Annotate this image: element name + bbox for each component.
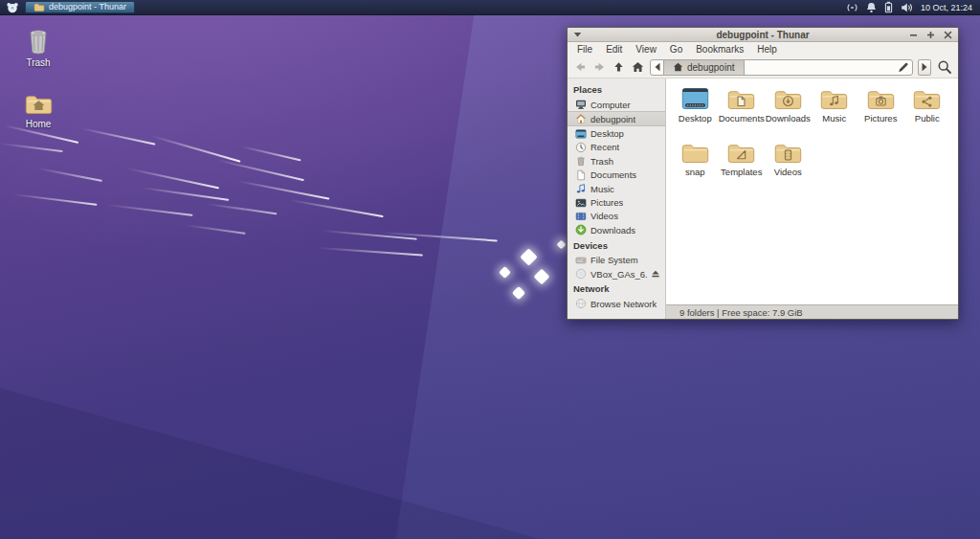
file-pictures[interactable]: Pictures (858, 86, 904, 124)
status-text: 9 folders | Free space: 7.9 GiB (679, 307, 803, 318)
menu-edit[interactable]: Edit (599, 44, 629, 55)
floating-cube (499, 266, 511, 279)
menu-bookmarks[interactable]: Bookmarks (689, 44, 750, 55)
sidebar-item-label: Videos (590, 211, 618, 221)
menu-view[interactable]: View (629, 44, 663, 55)
volume-icon[interactable] (901, 2, 913, 13)
home-mini-icon (673, 62, 683, 72)
minimize-button[interactable] (909, 31, 918, 39)
file-desktop[interactable]: Desktop (672, 86, 719, 124)
desktop-icon-trash[interactable]: Trash (8, 29, 69, 68)
comet-streak (80, 127, 156, 146)
folder-plain-icon (680, 140, 710, 165)
filesystem-icon (575, 255, 587, 266)
sidebar-item-label: VBox_GAs_6.1.38 (590, 269, 647, 280)
documents-icon (575, 169, 587, 181)
taskbar-button-debugpoint-thunar[interactable]: debugpoint - Thunar (25, 1, 135, 13)
folder-pictures-icon (866, 86, 896, 111)
main-area: DesktopDocumentsDownloadsMusicPicturesPu… (666, 79, 958, 319)
menu-file[interactable]: File (570, 44, 599, 55)
sidebar-item-documents[interactable]: Documents (568, 168, 665, 182)
file-public[interactable]: Public (904, 86, 951, 124)
sidebar-item-trash[interactable]: Trash (568, 154, 665, 168)
sidebar-item-file-system[interactable]: File System (568, 254, 665, 267)
path-segment-debugpoint[interactable]: debugpoint (663, 60, 745, 75)
file-snap[interactable]: snap (672, 140, 719, 177)
menu-go[interactable]: Go (663, 44, 689, 55)
status-bar: 9 folders | Free space: 7.9 GiB (666, 304, 958, 319)
trash-icon (575, 155, 587, 167)
file-music[interactable]: Music (812, 86, 858, 124)
sidebar: PlacesComputerdebugpointDesktopRecentTra… (568, 79, 666, 319)
toolbar: debugpoint (568, 56, 958, 79)
file-templates[interactable]: Templates (719, 140, 766, 177)
nav-buttons (571, 58, 647, 76)
search-button[interactable] (934, 58, 954, 77)
taskbar-button-label: debugpoint - Thunar (49, 1, 126, 13)
sidebar-item-label: Downloads (590, 225, 635, 236)
home-button[interactable] (629, 58, 647, 76)
comet-streak (12, 193, 98, 206)
minimize-icon (909, 31, 918, 39)
pictures-icon (575, 197, 587, 209)
sidebar-item-label: debugpoint (590, 114, 635, 124)
applications-menu-button[interactable] (4, 1, 20, 14)
file-downloads[interactable]: Downloads (765, 86, 812, 124)
menubar: FileEditViewGoBookmarksHelp (568, 42, 958, 56)
titlebar[interactable]: debugpoint - Thunar (568, 28, 958, 42)
sidebar-item-computer[interactable]: Computer (568, 98, 665, 111)
folder-music-icon (819, 86, 849, 111)
sidebar-item-recent[interactable]: Recent (568, 141, 665, 154)
path-scroll-right-button[interactable] (918, 59, 931, 76)
edit-path-button[interactable] (893, 60, 912, 75)
comet-streak (107, 204, 193, 216)
up-button[interactable] (610, 58, 628, 76)
sidebar-item-label: File System (590, 255, 638, 265)
path-bar[interactable]: debugpoint (650, 59, 913, 76)
sidebar-item-vbox-gas-6-1-38[interactable]: VBox_GAs_6.1.38 (568, 267, 665, 281)
menu-help[interactable]: Help (750, 44, 784, 55)
desktop-icon (575, 128, 587, 140)
file-label: Pictures (864, 113, 897, 124)
clock[interactable]: 10 Oct, 21:24 (921, 3, 972, 12)
file-videos[interactable]: Videos (765, 140, 812, 177)
close-icon (944, 31, 952, 39)
file-documents[interactable]: Documents (719, 86, 766, 124)
floating-cube (520, 248, 537, 265)
back-button[interactable] (571, 58, 590, 76)
comet-streak (127, 168, 219, 190)
folder-public-icon (912, 86, 942, 111)
sidebar-item-desktop[interactable]: Desktop (568, 126, 665, 140)
sidebar-item-videos[interactable]: Videos (568, 210, 665, 223)
comet-streak (241, 146, 301, 162)
sidebar-item-pictures[interactable]: Pictures (568, 195, 665, 209)
close-button[interactable] (944, 31, 952, 39)
desktop-icon-home[interactable]: Home (8, 91, 69, 129)
sidebar-section-network: Network (568, 281, 665, 297)
sidebar-item-debugpoint[interactable]: debugpoint (568, 111, 665, 126)
forward-button[interactable] (590, 58, 609, 76)
eject-button[interactable] (651, 269, 660, 279)
notifications-bell-icon[interactable] (866, 2, 877, 13)
maximize-button[interactable] (926, 31, 935, 39)
desktop[interactable]: TrashHome debugpoint - Thunar 10 Oct, 21… (0, 0, 980, 539)
desktop-icon-label: Trash (26, 57, 50, 68)
sidebar-item-music[interactable]: Music (568, 182, 665, 195)
folder-videos-icon (773, 140, 803, 165)
desktop-large-icon (680, 86, 710, 111)
battery-icon[interactable] (884, 1, 893, 13)
sidebar-item-label: Computer (590, 100, 631, 110)
sidebar-item-label: Desktop (590, 128, 624, 139)
sidebar-item-downloads[interactable]: Downloads (568, 223, 665, 236)
floating-cube (534, 269, 550, 285)
sidebar-item-label: Trash (590, 156, 613, 167)
file-label: Public (915, 113, 940, 124)
sidebar-item-browse-network[interactable]: Browse Network (568, 297, 665, 310)
window-controls (909, 31, 952, 39)
network-browse-icon (575, 298, 587, 309)
file-label: Templates (721, 167, 762, 177)
path-scroll-left-button[interactable] (651, 60, 663, 75)
recent-icon (575, 142, 587, 153)
file-grid[interactable]: DesktopDocumentsDownloadsMusicPicturesPu… (666, 79, 958, 304)
network-icon[interactable] (846, 2, 858, 13)
